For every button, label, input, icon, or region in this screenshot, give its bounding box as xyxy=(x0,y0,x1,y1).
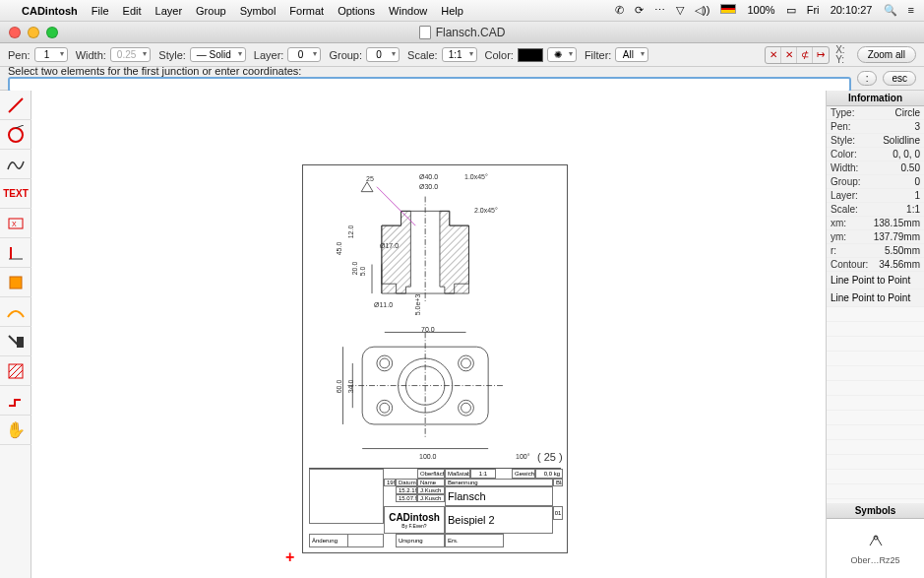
menu-file[interactable]: File xyxy=(92,5,109,17)
info-pen-v: 3 xyxy=(914,121,920,132)
snap-4[interactable]: ↦ xyxy=(813,47,829,63)
text-tool[interactable]: TEXT xyxy=(0,179,31,209)
dim-d40: Ø40.0 xyxy=(419,173,438,180)
snap-2[interactable]: ✕ xyxy=(781,47,797,63)
zoom-all-button[interactable]: Zoom all xyxy=(857,46,916,63)
info-width-k: Width: xyxy=(831,162,901,173)
curve-tool[interactable] xyxy=(0,150,31,179)
info-scale-k: Scale: xyxy=(831,204,906,215)
step-tool[interactable] xyxy=(0,386,31,416)
tb-ers: Ers. xyxy=(445,534,504,547)
measure-tool[interactable] xyxy=(0,297,31,327)
dim-d17: Ø17.0 xyxy=(380,242,399,249)
info-width-v: 0.50 xyxy=(901,162,920,173)
colon-button[interactable]: : xyxy=(857,71,878,86)
dim-d30: Ø30.0 xyxy=(419,183,438,190)
phone-icon[interactable]: ✆ xyxy=(615,4,624,16)
trim-tool[interactable] xyxy=(0,327,31,356)
tb-datum: Datum xyxy=(396,479,417,486)
dim-h12: 12.0 xyxy=(347,225,354,239)
svg-point-1 xyxy=(9,128,23,142)
info-ym-v: 137.79mm xyxy=(874,231,920,242)
layer-select[interactable]: 0 xyxy=(287,47,321,62)
tb-app: CADintosh xyxy=(389,512,440,523)
info-color-v: 0, 0, 0 xyxy=(893,149,920,160)
info-style-k: Style: xyxy=(831,135,883,146)
svg-point-25 xyxy=(462,358,471,368)
arc-tool[interactable] xyxy=(0,120,31,150)
pan-tool[interactable]: ✋ xyxy=(0,416,31,445)
clock-day[interactable]: Fri xyxy=(807,4,820,16)
info-mode-1[interactable]: Line Point to Point xyxy=(827,272,924,289)
symbol-preview[interactable]: Ober…Rz25 xyxy=(827,519,924,578)
svg-point-26 xyxy=(377,400,393,416)
scale-select[interactable]: 1:1 xyxy=(442,47,477,62)
window-title: Flansch.CAD xyxy=(0,26,924,39)
symbol-label: Ober…Rz25 xyxy=(850,555,899,565)
snap-1[interactable]: ✕ xyxy=(766,47,781,63)
dim-tolbracket: ( 25 ) xyxy=(537,451,563,463)
spotlight-icon[interactable]: 🔍 xyxy=(884,4,897,16)
menu-options[interactable]: Options xyxy=(338,5,375,17)
info-mode-2[interactable]: Line Point to Point xyxy=(827,289,924,307)
color-swatch[interactable] xyxy=(518,48,543,62)
menu-window[interactable]: Window xyxy=(389,5,427,17)
tb-anderung: Änderung xyxy=(309,534,348,547)
pen-label: Pen: xyxy=(8,49,31,61)
dim-cham1: 1.0x45° xyxy=(464,173,488,180)
menu-group[interactable]: Group xyxy=(196,5,226,17)
color-options[interactable]: ✺ xyxy=(547,47,577,62)
group-select[interactable]: 0 xyxy=(366,47,400,62)
info-scale-v: 1:1 xyxy=(906,204,920,215)
info-r-k: r: xyxy=(831,245,885,256)
filter-select[interactable]: All xyxy=(615,47,648,62)
crosshair-cursor: + xyxy=(285,548,294,566)
sync-icon[interactable]: ⟳ xyxy=(635,4,644,16)
pen-select[interactable]: 1 xyxy=(34,47,68,62)
dim-w100: 100.0 xyxy=(419,453,437,460)
document-icon xyxy=(419,26,431,39)
clock-time[interactable]: 20:10:27 xyxy=(831,4,873,16)
volume-icon[interactable]: ◁)) xyxy=(695,4,709,16)
tb-r1d: 15.2.1950 xyxy=(396,486,417,494)
tb-massstab: Maßstab xyxy=(445,469,470,479)
menu-help[interactable]: Help xyxy=(441,5,463,17)
tb-r1n: J.Kusch xyxy=(417,486,445,494)
symbol-tool[interactable] xyxy=(0,268,31,297)
perpendicular-tool[interactable] xyxy=(0,238,31,268)
info-type-v: Circle xyxy=(894,107,920,118)
info-xm-k: xm: xyxy=(831,218,874,228)
wifi-icon[interactable]: ▽ xyxy=(676,4,684,16)
notification-icon[interactable]: ≡ xyxy=(908,4,914,16)
tb-blatt: Blatt xyxy=(553,479,563,486)
menu-format[interactable]: Format xyxy=(289,5,324,17)
properties-toolbar: Pen:1 Width:0.25 Style:— Solid Layer:0 G… xyxy=(0,43,924,67)
menu-edit[interactable]: Edit xyxy=(123,5,142,17)
svg-line-0 xyxy=(9,98,23,112)
dim-cham2: 2.0x45° xyxy=(474,207,498,214)
flag-icon[interactable] xyxy=(720,4,736,14)
dim-h5e: 5.0e+3 xyxy=(414,294,421,316)
style-select[interactable]: — Solid xyxy=(190,47,246,62)
menu-layer[interactable]: Layer xyxy=(155,5,183,17)
snap-3[interactable]: ⊄ xyxy=(797,47,813,63)
info-xm-v: 138.15mm xyxy=(874,218,920,228)
battery-icon[interactable]: ▭ xyxy=(786,4,796,16)
battery-text[interactable]: 100% xyxy=(747,4,774,16)
width-select[interactable]: 0.25 xyxy=(110,47,151,62)
dots-icon[interactable]: ⋯ xyxy=(654,4,665,16)
hatch-tool[interactable] xyxy=(0,356,31,386)
menu-symbol[interactable]: Symbol xyxy=(240,5,277,17)
drawing-sheet: Ø40.0 Ø30.0 1.0x45° 2.0x45° Ø17.0 Ø11.0 … xyxy=(302,164,568,553)
tb-year: 1993 xyxy=(384,479,396,486)
svg-line-12 xyxy=(9,364,23,378)
line-tool[interactable] xyxy=(0,91,31,120)
dim-h34: 34.0 xyxy=(347,380,354,394)
app-name[interactable]: CADintosh xyxy=(22,5,78,17)
tb-partname: Flansch xyxy=(445,486,553,506)
snap-buttons: ✕ ✕ ⊄ ↦ xyxy=(765,46,830,64)
dimension-tool[interactable]: X xyxy=(0,209,31,238)
drawing-canvas[interactable]: Ø40.0 Ø30.0 1.0x45° 2.0x45° Ø17.0 Ø11.0 … xyxy=(31,91,826,578)
esc-button[interactable]: esc xyxy=(883,71,916,86)
svg-point-22 xyxy=(377,355,393,371)
